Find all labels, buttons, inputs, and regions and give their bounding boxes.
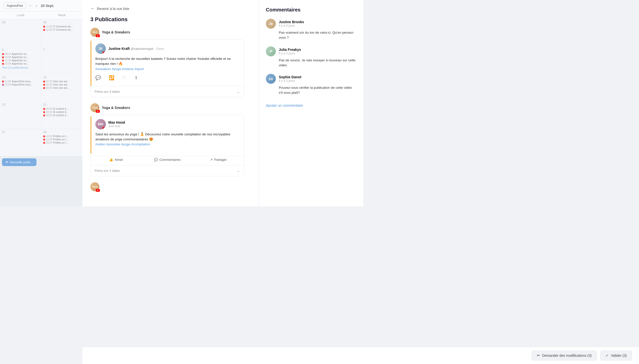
channel-avatar-3: Y&S xyxy=(90,182,99,191)
cal-event: 10:40 Voici une ast... xyxy=(43,83,80,86)
back-link[interactable]: ← Revenir à la vue liste xyxy=(90,6,244,11)
like-action-btn[interactable]: ♡ xyxy=(122,75,126,80)
channel-avatar-2: Y&S xyxy=(90,103,99,112)
channel-avatar-1: Y&S xyxy=(90,28,99,37)
comment-action-btn[interactable]: 💬 xyxy=(95,75,101,80)
event-dot xyxy=(43,26,45,28)
pub-card-inner-1: JK Justine Kraft @salomemayet · 15min xyxy=(91,40,244,86)
today-button[interactable]: Aujourd'hui xyxy=(4,2,26,9)
cal-cell-14: 14 10:23 Voici une ast... 10:40 Voici un… xyxy=(41,74,82,101)
like-fb-btn[interactable]: 👍 Aimer xyxy=(91,156,142,164)
cal-event: 10:02 Si content d... xyxy=(43,111,80,114)
event-dot xyxy=(43,80,45,82)
comment-time-1: Il y a 3 jours xyxy=(279,24,304,28)
cal-cell-20: 20 xyxy=(0,102,41,129)
prev-button[interactable]: ‹ xyxy=(28,3,33,8)
comments-title: Commentaires xyxy=(266,7,356,13)
pub-hashtags-2: #video #youtube #yoga #compilation xyxy=(95,142,150,146)
channel-header-1: Y&S Yoga & Sneakers xyxy=(90,28,244,37)
publication-section-2: Y&S Yoga & Sneakers MH Max Hood Just now xyxy=(90,103,244,176)
event-dot xyxy=(43,84,45,86)
cal-week-3: 13 11:50 Aujourd'hui nous... 12:04 Aujou… xyxy=(0,74,82,102)
publications-scroll[interactable]: ← Revenir à la vue liste 3 Publications … xyxy=(82,0,252,206)
cal-event: 10:23 Voici une ast... xyxy=(43,80,80,83)
event-dot xyxy=(43,114,45,116)
share-fb-icon: ↗ xyxy=(210,158,213,162)
comment-avatar-3: SD xyxy=(266,74,276,84)
cal-cell-28: 28 10:23 Profitez-en !... 12:04 Profitez… xyxy=(41,129,82,156)
show-all-link[interactable]: Tout (13 publications) xyxy=(2,66,39,69)
cal-event: 15:07 Profitez-en !... xyxy=(43,141,80,144)
pub-author-row-1: JK Justine Kraft @salomemayet · 15min xyxy=(95,44,240,54)
back-arrow-icon: ← xyxy=(90,6,95,11)
cal-cell-6: 6 09:14 Appréciez no... 10:04 Appréciez … xyxy=(0,46,41,74)
cal-event: 11:50 Aujourd'hui nous... xyxy=(2,80,39,83)
event-dot xyxy=(43,29,45,31)
current-date-label: 20 Sept. xyxy=(41,4,54,8)
cal-event: 10:04 Appréciez no... xyxy=(2,56,39,58)
event-dot xyxy=(2,84,4,86)
cal-event: 11:34 Tr Comment vie... xyxy=(43,25,80,28)
comment-item-3: SD Sophie Danot Il y a 3 jours Pouvez-vo… xyxy=(266,74,356,96)
preview-dates-1[interactable]: Prévu sur 4 dates ⌄ xyxy=(91,86,244,97)
event-dot xyxy=(2,80,4,82)
author-avatar-1: JK xyxy=(95,44,106,54)
cal-cell-27: 27 xyxy=(0,129,41,156)
channel-header-3: Y&S xyxy=(90,182,244,191)
cal-event: 09:45 Si content d... xyxy=(43,108,80,110)
channel-name-2: Yoga & Sneakers xyxy=(102,106,130,110)
comment-header-1: JB Justine Brooks Il y a 3 jours xyxy=(266,19,356,29)
author-time-2: Just now xyxy=(108,124,240,128)
event-dot xyxy=(2,60,4,62)
youtube-badge-1 xyxy=(96,34,100,37)
author-time-1: 15min xyxy=(156,47,164,50)
share-action-btn[interactable]: ⬆ xyxy=(134,75,138,80)
pub-text-1: Bonjour! A la recherche de nouvelles bas… xyxy=(95,56,240,72)
heart-icon: ♡ xyxy=(122,75,126,80)
cal-week-2: 6 09:14 Appréciez no... 10:04 Appréciez … xyxy=(0,46,82,74)
preview-dates-2[interactable]: Prévu sur 2 dates ⌄ xyxy=(91,165,244,176)
cal-event: 11:33 Appréciez no... xyxy=(2,59,39,62)
comment-avatar-1: JB xyxy=(266,19,276,29)
comment-time-2: Il y a 3 jours xyxy=(279,52,301,55)
new-publication-button[interactable]: ✉ Nouvelle publi... xyxy=(2,158,37,166)
comment-text-2: Pas de soucis. Je vais essayer à nouveau… xyxy=(279,58,356,68)
cal-event: 10:23 Profitez-en !... xyxy=(43,135,80,138)
add-comment-link[interactable]: Ajouter un commentaire xyxy=(266,104,356,108)
author-handle-1: @salomemayet xyxy=(131,47,153,50)
chevron-down-icon-2: ⌄ xyxy=(237,168,240,173)
main-panel: ← Revenir à la vue liste 3 Publications … xyxy=(82,0,259,206)
author-info-2: Max Hood Just now xyxy=(108,120,240,128)
pub-card-2: MH Max Hood Just now Salut les amoureux … xyxy=(90,115,244,176)
event-dot xyxy=(43,142,45,144)
cal-cell-29: 29 xyxy=(0,19,41,46)
comment-avatar-2: JF xyxy=(266,46,276,56)
comment-item-1: JB Justine Brooks Il y a 3 jours Pas vra… xyxy=(266,19,356,40)
retweet-action-btn[interactable]: 🔁 xyxy=(109,75,114,80)
author-avatar-2: MH xyxy=(95,119,106,130)
share-fb-btn[interactable]: ↗ Partager xyxy=(193,156,244,164)
event-dot xyxy=(43,136,45,137)
cal-cell-30: 30 11:34 Tr Comment vie... 11:55 Tr Comm… xyxy=(41,19,82,46)
pub-hashtags-1: #sneakers #yoga #videos #sport xyxy=(95,67,144,71)
comment-fb-icon: 💬 xyxy=(154,158,158,162)
thumbup-icon: 👍 xyxy=(109,158,113,162)
comment-author-2: Julia Freakys xyxy=(279,48,301,52)
calendar-grid: Lundi Mardi 29 30 11:34 Tr Comment vie..… xyxy=(0,12,82,156)
comment-header-2: JF Julia Freakys Il y a 3 jours xyxy=(266,46,356,56)
publication-section-1: Y&S Yoga & Sneakers JK Justine Kraft xyxy=(90,28,244,97)
comment-author-1: Justine Brooks xyxy=(279,20,304,24)
day-label-lundi: Lundi xyxy=(0,12,41,19)
event-dot xyxy=(43,87,45,89)
send-icon: ✉ xyxy=(6,160,8,164)
comment-fb-btn[interactable]: 💬 Commentaires xyxy=(142,156,193,164)
next-button[interactable]: › xyxy=(35,3,39,8)
cal-cell-7: 7 xyxy=(41,46,82,74)
cal-week-1: 29 30 11:34 Tr Comment vie... 11:55 Tr C… xyxy=(0,19,82,46)
pub-actions-twitter-1: 💬 🔁 ♡ ⬆ xyxy=(95,74,240,82)
cal-cell-13: 13 11:50 Aujourd'hui nous... 12:04 Aujou… xyxy=(0,74,41,101)
calendar-panel: Aujourd'hui ‹ › 20 Sept. Lundi Mardi 29 … xyxy=(0,0,82,206)
author-yt-badge-1 xyxy=(103,52,106,54)
back-link-label: Revenir à la vue liste xyxy=(97,7,129,11)
footer-spacer xyxy=(90,197,244,207)
